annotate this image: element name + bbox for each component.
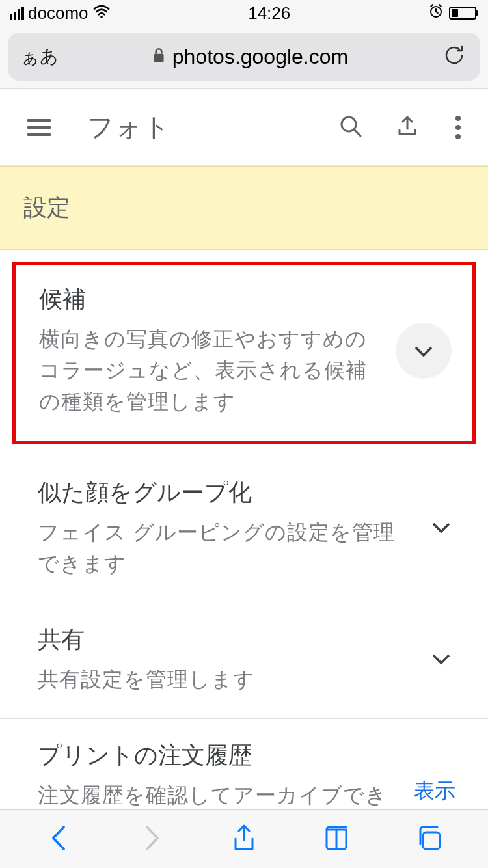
app-header: フォト xyxy=(0,89,488,166)
setting-title: 似た顔をグループ化 xyxy=(38,477,414,509)
show-link[interactable]: 表示 xyxy=(414,777,455,806)
url-bar[interactable]: ぁあ photos.google.com xyxy=(8,33,480,81)
settings-banner: 設定 xyxy=(0,166,488,250)
url-display[interactable]: photos.google.com xyxy=(152,45,348,69)
tabs-button[interactable] xyxy=(414,823,444,856)
setting-title: プリントの注文履歴 xyxy=(38,740,401,772)
share-button[interactable] xyxy=(229,823,259,856)
status-bar: docomo 14:26 xyxy=(0,0,488,26)
chevron-down-icon[interactable] xyxy=(427,644,455,675)
battery-icon xyxy=(449,7,478,20)
url-domain: photos.google.com xyxy=(172,45,348,69)
setting-title: 共有 xyxy=(38,624,414,656)
app-container: フォト 設定 候補 横向きの写真の修正やおすすめのコラージュなど、表示される候補… xyxy=(0,88,488,865)
settings-banner-title: 設定 xyxy=(23,192,465,224)
alarm-icon xyxy=(428,3,444,23)
search-button[interactable] xyxy=(338,114,363,141)
lock-icon xyxy=(152,45,166,69)
back-button[interactable] xyxy=(44,823,74,856)
status-right xyxy=(428,3,478,23)
more-options-button[interactable] xyxy=(452,116,465,139)
setting-item-face-grouping[interactable]: 似た顔をグループ化 フェイス グルーピングの設定を管理できます xyxy=(0,456,488,603)
menu-button[interactable] xyxy=(27,119,51,136)
setting-title: 候補 xyxy=(39,284,383,316)
reload-button[interactable] xyxy=(441,42,467,71)
carrier-label: docomo xyxy=(28,3,88,23)
browser-toolbar xyxy=(0,809,488,868)
wifi-icon xyxy=(92,3,111,23)
svg-point-0 xyxy=(100,15,103,18)
svg-point-3 xyxy=(342,117,356,131)
signal-icon xyxy=(10,7,24,20)
status-time: 14:26 xyxy=(248,3,290,23)
svg-rect-4 xyxy=(423,832,440,849)
settings-list: 候補 横向きの写真の修正やおすすめのコラージュなど、表示される候補の種類を管理し… xyxy=(0,262,488,865)
svg-rect-2 xyxy=(154,53,163,62)
setting-desc: フェイス グルーピングの設定を管理できます xyxy=(38,517,414,579)
setting-item-suggestions[interactable]: 候補 横向きの写真の修正やおすすめのコラージュなど、表示される候補の種類を管理し… xyxy=(12,262,476,444)
reader-mode-button[interactable]: ぁあ xyxy=(21,44,59,69)
forward-button xyxy=(137,823,167,856)
app-title: フォト xyxy=(87,109,338,145)
chevron-down-icon[interactable] xyxy=(396,323,452,379)
setting-desc: 横向きの写真の修正やおすすめのコラージュなど、表示される候補の種類を管理します xyxy=(39,323,383,417)
browser-url-bar-area: ぁあ photos.google.com xyxy=(0,26,488,88)
bookmarks-button[interactable] xyxy=(321,823,351,856)
chevron-down-icon[interactable] xyxy=(427,513,455,544)
status-left: docomo xyxy=(10,3,111,23)
setting-desc: 共有設定を管理します xyxy=(38,664,414,695)
upload-button[interactable] xyxy=(396,115,419,141)
setting-item-sharing[interactable]: 共有 共有設定を管理します xyxy=(0,603,488,719)
